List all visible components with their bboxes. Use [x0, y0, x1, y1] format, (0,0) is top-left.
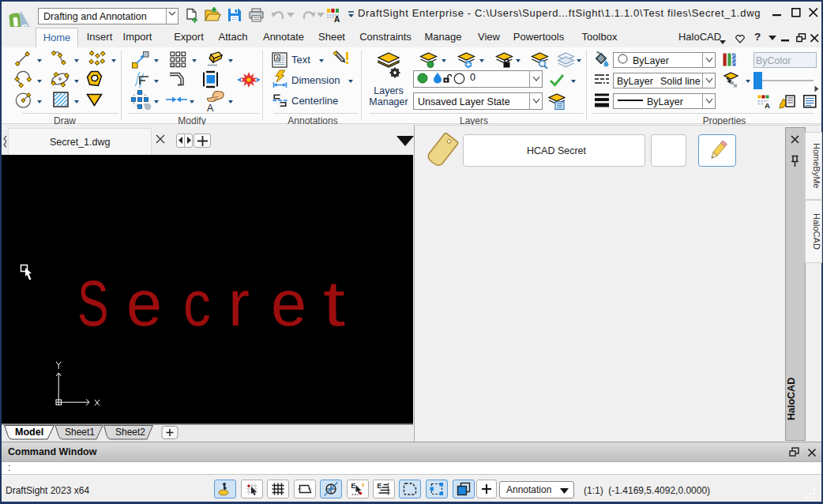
svg-text:E: E [351, 482, 356, 490]
svg-text:A: A [334, 15, 340, 23]
svg-text:A: A [765, 101, 770, 109]
svg-text:A: A [207, 103, 214, 112]
svg-text:E: E [378, 483, 382, 490]
svg-text:A: A [276, 55, 280, 61]
